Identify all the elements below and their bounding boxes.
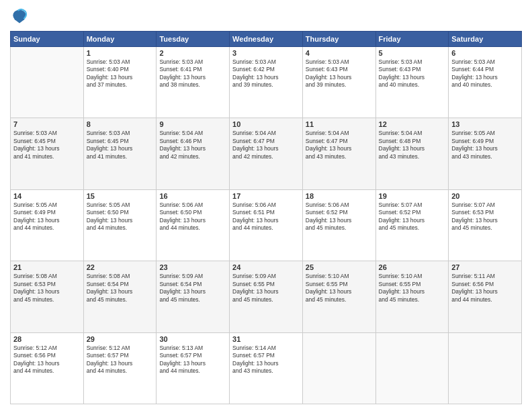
day-info: Sunrise: 5:03 AM Sunset: 6:42 PM Dayligh… <box>232 58 300 89</box>
day-number: 12 <box>379 120 446 128</box>
calendar-cell: 1Sunrise: 5:03 AM Sunset: 6:40 PM Daylig… <box>83 47 157 118</box>
day-number: 2 <box>159 49 226 57</box>
day-number: 5 <box>379 49 446 57</box>
day-info: Sunrise: 5:04 AM Sunset: 6:47 PM Dayligh… <box>232 130 300 161</box>
day-info: Sunrise: 5:10 AM Sunset: 6:55 PM Dayligh… <box>379 273 446 304</box>
day-info: Sunrise: 5:03 AM Sunset: 6:45 PM Dayligh… <box>13 130 81 161</box>
day-number: 22 <box>87 263 154 271</box>
day-info: Sunrise: 5:03 AM Sunset: 6:44 PM Dayligh… <box>451 58 519 89</box>
day-number: 28 <box>13 335 81 343</box>
calendar-cell: 13Sunrise: 5:05 AM Sunset: 6:49 PM Dayli… <box>449 118 522 189</box>
day-info: Sunrise: 5:05 AM Sunset: 6:49 PM Dayligh… <box>13 201 81 232</box>
day-info: Sunrise: 5:04 AM Sunset: 6:48 PM Dayligh… <box>379 130 446 161</box>
calendar-cell <box>375 332 449 404</box>
calendar-cell: 12Sunrise: 5:04 AM Sunset: 6:48 PM Dayli… <box>375 118 449 189</box>
day-info: Sunrise: 5:09 AM Sunset: 6:55 PM Dayligh… <box>232 273 300 304</box>
calendar-cell: 20Sunrise: 5:07 AM Sunset: 6:53 PM Dayli… <box>449 189 522 261</box>
calendar-header-thursday: Thursday <box>302 32 375 47</box>
day-info: Sunrise: 5:06 AM Sunset: 6:51 PM Dayligh… <box>232 201 300 232</box>
day-info: Sunrise: 5:06 AM Sunset: 6:50 PM Dayligh… <box>159 201 226 232</box>
logo <box>10 7 32 26</box>
calendar-table: SundayMondayTuesdayWednesdayThursdayFrid… <box>10 31 522 404</box>
day-number: 10 <box>232 120 300 128</box>
week-row-2: 7Sunrise: 5:03 AM Sunset: 6:45 PM Daylig… <box>11 118 522 189</box>
calendar-header-friday: Friday <box>375 32 449 47</box>
day-number: 20 <box>451 192 519 200</box>
day-number: 14 <box>13 192 81 200</box>
calendar-cell <box>449 332 522 404</box>
day-info: Sunrise: 5:05 AM Sunset: 6:49 PM Dayligh… <box>451 130 519 161</box>
calendar-cell: 22Sunrise: 5:08 AM Sunset: 6:54 PM Dayli… <box>83 261 157 332</box>
day-number: 6 <box>451 49 519 57</box>
day-info: Sunrise: 5:06 AM Sunset: 6:52 PM Dayligh… <box>306 201 373 232</box>
calendar-header-tuesday: Tuesday <box>157 32 230 47</box>
day-number: 19 <box>379 192 446 200</box>
day-info: Sunrise: 5:07 AM Sunset: 6:52 PM Dayligh… <box>379 201 446 232</box>
day-number: 24 <box>232 263 300 271</box>
day-number: 1 <box>87 49 154 57</box>
day-info: Sunrise: 5:03 AM Sunset: 6:41 PM Dayligh… <box>159 58 226 89</box>
calendar-cell: 2Sunrise: 5:03 AM Sunset: 6:41 PM Daylig… <box>157 47 230 118</box>
calendar-header-sunday: Sunday <box>11 32 84 47</box>
calendar-cell: 15Sunrise: 5:05 AM Sunset: 6:50 PM Dayli… <box>83 189 157 261</box>
day-info: Sunrise: 5:04 AM Sunset: 6:47 PM Dayligh… <box>306 130 373 161</box>
calendar-cell: 10Sunrise: 5:04 AM Sunset: 6:47 PM Dayli… <box>230 118 303 189</box>
calendar-cell: 21Sunrise: 5:08 AM Sunset: 6:53 PM Dayli… <box>11 261 84 332</box>
calendar-cell: 7Sunrise: 5:03 AM Sunset: 6:45 PM Daylig… <box>11 118 84 189</box>
day-number: 16 <box>159 192 226 200</box>
calendar-cell: 9Sunrise: 5:04 AM Sunset: 6:46 PM Daylig… <box>157 118 230 189</box>
day-info: Sunrise: 5:04 AM Sunset: 6:46 PM Dayligh… <box>159 130 226 161</box>
calendar-cell: 31Sunrise: 5:14 AM Sunset: 6:57 PM Dayli… <box>230 332 303 404</box>
week-row-4: 21Sunrise: 5:08 AM Sunset: 6:53 PM Dayli… <box>11 261 522 332</box>
day-info: Sunrise: 5:09 AM Sunset: 6:54 PM Dayligh… <box>159 273 226 304</box>
week-row-5: 28Sunrise: 5:12 AM Sunset: 6:56 PM Dayli… <box>11 332 522 404</box>
day-info: Sunrise: 5:11 AM Sunset: 6:56 PM Dayligh… <box>451 273 519 304</box>
calendar-cell: 23Sunrise: 5:09 AM Sunset: 6:54 PM Dayli… <box>157 261 230 332</box>
week-row-1: 1Sunrise: 5:03 AM Sunset: 6:40 PM Daylig… <box>11 47 522 118</box>
calendar-cell: 29Sunrise: 5:12 AM Sunset: 6:57 PM Dayli… <box>83 332 157 404</box>
calendar-cell: 6Sunrise: 5:03 AM Sunset: 6:44 PM Daylig… <box>449 47 522 118</box>
day-info: Sunrise: 5:12 AM Sunset: 6:57 PM Dayligh… <box>87 345 154 375</box>
calendar-cell: 30Sunrise: 5:13 AM Sunset: 6:57 PM Dayli… <box>157 332 230 404</box>
day-info: Sunrise: 5:03 AM Sunset: 6:43 PM Dayligh… <box>379 58 446 89</box>
day-info: Sunrise: 5:07 AM Sunset: 6:53 PM Dayligh… <box>451 201 519 232</box>
day-info: Sunrise: 5:03 AM Sunset: 6:43 PM Dayligh… <box>306 58 373 89</box>
day-number: 15 <box>87 192 154 200</box>
calendar-cell: 18Sunrise: 5:06 AM Sunset: 6:52 PM Dayli… <box>302 189 375 261</box>
week-row-3: 14Sunrise: 5:05 AM Sunset: 6:49 PM Dayli… <box>11 189 522 261</box>
day-number: 18 <box>306 192 373 200</box>
calendar-cell <box>302 332 375 404</box>
calendar-cell: 8Sunrise: 5:03 AM Sunset: 6:45 PM Daylig… <box>83 118 157 189</box>
calendar-cell: 27Sunrise: 5:11 AM Sunset: 6:56 PM Dayli… <box>449 261 522 332</box>
page: SundayMondayTuesdayWednesdayThursdayFrid… <box>0 0 532 411</box>
day-info: Sunrise: 5:12 AM Sunset: 6:56 PM Dayligh… <box>13 345 81 375</box>
day-number: 26 <box>379 263 446 271</box>
day-info: Sunrise: 5:13 AM Sunset: 6:57 PM Dayligh… <box>159 345 226 375</box>
calendar-cell: 11Sunrise: 5:04 AM Sunset: 6:47 PM Dayli… <box>302 118 375 189</box>
calendar-cell: 28Sunrise: 5:12 AM Sunset: 6:56 PM Dayli… <box>11 332 84 404</box>
calendar-cell <box>11 47 84 118</box>
day-info: Sunrise: 5:08 AM Sunset: 6:53 PM Dayligh… <box>13 273 81 304</box>
day-info: Sunrise: 5:03 AM Sunset: 6:45 PM Dayligh… <box>87 130 154 161</box>
day-info: Sunrise: 5:03 AM Sunset: 6:40 PM Dayligh… <box>87 58 154 89</box>
header <box>10 7 522 26</box>
day-info: Sunrise: 5:10 AM Sunset: 6:55 PM Dayligh… <box>306 273 373 304</box>
day-number: 9 <box>159 120 226 128</box>
calendar-header-saturday: Saturday <box>449 32 522 47</box>
day-number: 17 <box>232 192 300 200</box>
day-number: 3 <box>232 49 300 57</box>
calendar-header-monday: Monday <box>83 32 157 47</box>
day-number: 25 <box>306 263 373 271</box>
day-info: Sunrise: 5:05 AM Sunset: 6:50 PM Dayligh… <box>87 201 154 232</box>
calendar-cell: 5Sunrise: 5:03 AM Sunset: 6:43 PM Daylig… <box>375 47 449 118</box>
calendar-cell: 25Sunrise: 5:10 AM Sunset: 6:55 PM Dayli… <box>302 261 375 332</box>
calendar-cell: 3Sunrise: 5:03 AM Sunset: 6:42 PM Daylig… <box>230 47 303 118</box>
calendar-cell: 14Sunrise: 5:05 AM Sunset: 6:49 PM Dayli… <box>11 189 84 261</box>
calendar-cell: 17Sunrise: 5:06 AM Sunset: 6:51 PM Dayli… <box>230 189 303 261</box>
day-number: 7 <box>13 120 81 128</box>
day-number: 27 <box>451 263 519 271</box>
day-number: 23 <box>159 263 226 271</box>
calendar-cell: 24Sunrise: 5:09 AM Sunset: 6:55 PM Dayli… <box>230 261 303 332</box>
day-info: Sunrise: 5:14 AM Sunset: 6:57 PM Dayligh… <box>232 345 300 375</box>
calendar-header-wednesday: Wednesday <box>230 32 303 47</box>
